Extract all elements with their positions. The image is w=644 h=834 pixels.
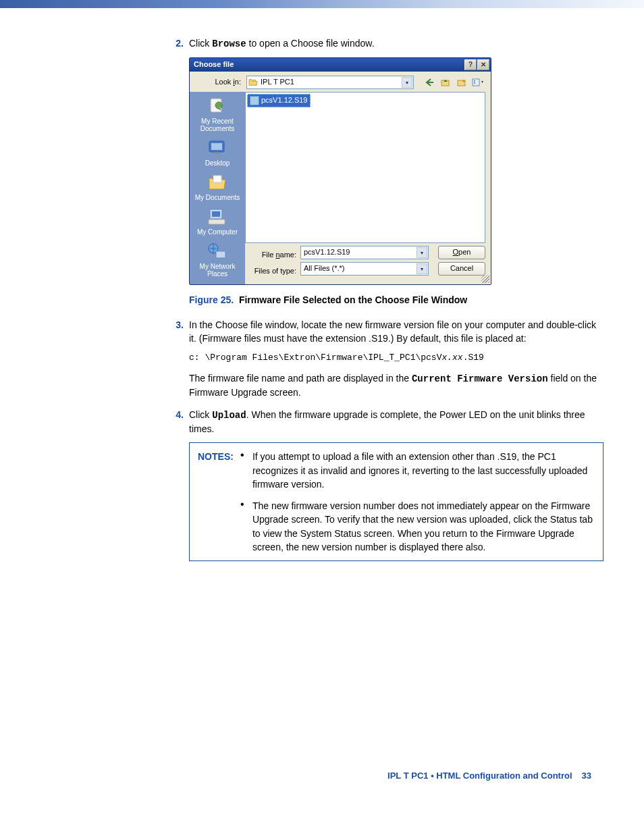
filetype-label: Files of type: [245, 264, 296, 280]
chevron-down-icon: ▾ [402, 77, 412, 88]
chevron-down-icon: ▾ [417, 247, 427, 258]
svg-rect-2 [473, 79, 479, 86]
svg-rect-14 [216, 251, 225, 258]
step-3b-text: The firmware file name and path are disp… [189, 371, 603, 400]
svg-rect-12 [209, 219, 225, 224]
view-menu-icon[interactable] [471, 76, 485, 89]
svg-rect-3 [474, 80, 475, 82]
recent-docs-icon [206, 96, 229, 116]
text: . When the firmware upgrade is complete,… [189, 409, 585, 434]
step-2: 2. Click Browse to open a Choose file wi… [169, 36, 603, 51]
page-header-bar [0, 0, 644, 8]
back-icon[interactable] [422, 76, 437, 89]
dialog-buttons: Open Cancel [438, 246, 485, 276]
place-label: My Network Places [190, 263, 245, 278]
text: to open a Choose file window. [246, 38, 375, 49]
folder-open-icon [248, 78, 258, 86]
text: Click [189, 409, 212, 420]
help-button[interactable]: ? [464, 59, 477, 70]
svg-rect-4 [474, 82, 475, 84]
place-mycomputer[interactable]: My Computer [190, 205, 245, 238]
toolbar-icons [422, 76, 485, 89]
lookin-label: Look in: [195, 77, 244, 88]
file-item-selected[interactable]: pcsV1.12.S19 [247, 94, 311, 107]
file-name: pcsV1.12.S19 [261, 95, 308, 106]
up-folder-icon[interactable] [438, 76, 453, 89]
step-number: 2. [169, 36, 184, 51]
field-labels: File name: Files of type: [245, 246, 296, 280]
lookin-value: IPL T PC1 [261, 77, 294, 88]
new-folder-icon[interactable] [454, 76, 469, 89]
place-mydocs[interactable]: My Documents [190, 171, 245, 204]
filename-value: pcsV1.12.S19 [304, 247, 350, 258]
upload-label: Upload [212, 410, 246, 421]
my-computer-icon [206, 207, 229, 227]
dialog-titlebar: Choose file ? ✕ [190, 58, 491, 72]
dialog-bottom: File name: Files of type: pcsV1.12.S19 ▾… [245, 246, 491, 284]
place-recent[interactable]: My Recent Documents [190, 95, 245, 135]
step-3: 3. In the Choose file window, locate the… [169, 318, 603, 346]
desktop-icon [206, 138, 229, 158]
filetype-value: All Files (*.*) [304, 263, 345, 274]
filename-label: File name: [245, 248, 296, 264]
chevron-down-icon: ▾ [417, 263, 427, 274]
note-item: •The new firmware version number does no… [240, 499, 595, 554]
my-documents-icon [206, 172, 229, 192]
code-path: c: \Program Files\Extron\Firmware\IPL_T_… [189, 352, 603, 365]
text: Click [189, 38, 212, 49]
figure-caption: Figure 25. Firmware File Selected on the… [189, 293, 603, 307]
step-number: 3. [169, 318, 184, 346]
step-4: 4. Click Upload. When the firmware upgra… [169, 408, 603, 436]
dialog-title: Choose file [194, 59, 464, 70]
bullet-icon: • [240, 450, 247, 491]
note-item: •If you attempt to upload a file with an… [240, 450, 595, 491]
figure-label: Figure 25. [189, 294, 234, 305]
place-desktop[interactable]: Desktop [190, 136, 245, 170]
svg-rect-9 [213, 176, 221, 182]
dialog-body: My Recent Documents Desktop My Documents… [190, 92, 491, 284]
network-places-icon [206, 241, 229, 261]
open-button[interactable]: Open [438, 246, 485, 259]
filename-input[interactable]: pcsV1.12.S19 ▾ [300, 246, 429, 259]
svg-rect-8 [215, 152, 219, 154]
note-text: If you attempt to upload a file with an … [252, 450, 595, 491]
notes-list: •If you attempt to upload a file with an… [238, 450, 595, 554]
filetype-dropdown[interactable]: All Files (*.*) ▾ [300, 262, 429, 276]
place-label: My Recent Documents [190, 118, 245, 132]
step-text: In the Choose file window, locate the ne… [189, 318, 603, 346]
note-text: The new firmware version number does not… [252, 499, 595, 554]
figure-text: Firmware File Selected on the Choose Fil… [239, 294, 467, 305]
place-label: My Computer [190, 228, 245, 236]
notes-box: NOTES: •If you attempt to upload a file … [189, 442, 603, 561]
file-list[interactable]: pcsV1.12.S19 [245, 92, 485, 243]
file-icon [250, 96, 259, 105]
path-b: x.xx [441, 353, 462, 363]
place-network[interactable]: My Network Places [190, 240, 245, 280]
places-bar: My Recent Documents Desktop My Documents… [190, 92, 245, 284]
browse-label: Browse [212, 38, 246, 49]
field-inputs: pcsV1.12.S19 ▾ All Files (*.*) ▾ [300, 246, 429, 278]
svg-rect-11 [212, 211, 220, 217]
bullet-icon: • [240, 499, 247, 554]
close-button[interactable]: ✕ [477, 59, 489, 70]
cancel-button[interactable]: Cancel [438, 262, 485, 276]
lookin-dropdown[interactable]: IPL T PC1 ▾ [246, 76, 414, 89]
step-text: Click Upload. When the firmware upgrade … [189, 408, 603, 436]
choose-file-dialog: Choose file ? ✕ Look in: IPL T PC1 ▾ [189, 57, 491, 285]
page-content: 2. Click Browse to open a Choose file wi… [169, 36, 603, 561]
step-text: Click Browse to open a Choose file windo… [189, 36, 603, 51]
notes-title: NOTES: [198, 450, 234, 554]
text: The firmware file name and path are disp… [189, 373, 412, 384]
lookin-row: Look in: IPL T PC1 ▾ [190, 72, 491, 92]
current-fw-label: Current Firmware Version [412, 373, 548, 384]
svg-rect-7 [211, 143, 222, 150]
resize-grip-icon[interactable] [481, 275, 489, 283]
step-number: 4. [169, 408, 184, 436]
place-label: Desktop [190, 159, 245, 167]
place-label: My Documents [190, 194, 245, 201]
path-a: c: \Program Files\Extron\Firmware\IPL_T_… [189, 353, 441, 363]
path-c: .S19 [463, 353, 484, 363]
